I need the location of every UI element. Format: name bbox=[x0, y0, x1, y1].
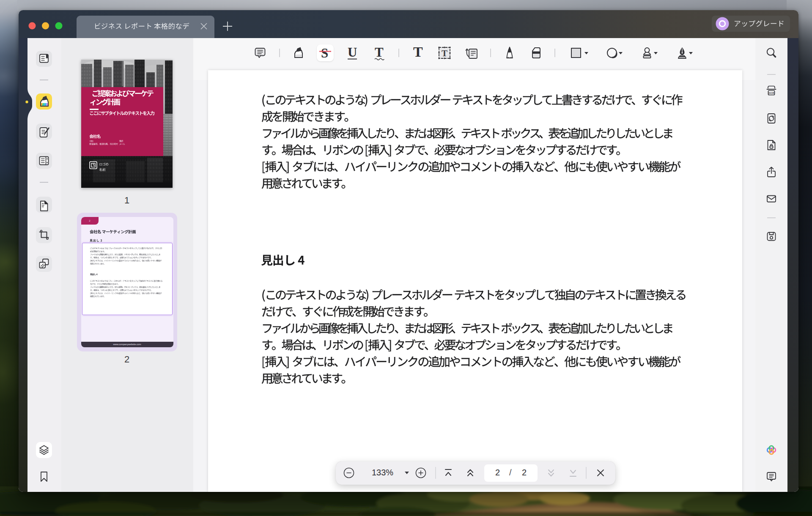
svg-text:OCR: OCR bbox=[768, 92, 774, 94]
svg-text:T: T bbox=[442, 48, 447, 58]
